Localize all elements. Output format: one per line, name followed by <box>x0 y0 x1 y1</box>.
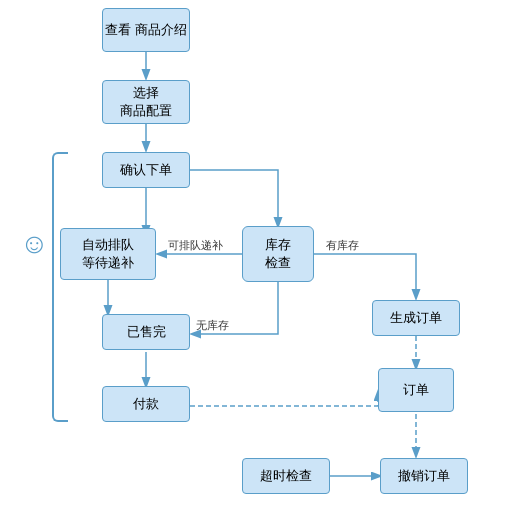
order-box: 订单 <box>378 368 454 412</box>
auto-queue-box: 自动排队等待递补 <box>60 228 156 280</box>
generate-order-box: 生成订单 <box>372 300 460 336</box>
in-stock-label: 有库存 <box>326 238 359 253</box>
left-brace <box>52 152 68 422</box>
stock-check-box: 库存检查 <box>242 226 314 282</box>
no-stock-label: 无库存 <box>196 318 229 333</box>
select-config-box: 选择商品配置 <box>102 80 190 124</box>
timeout-check-box: 超时检查 <box>242 458 330 494</box>
sold-out-box: 已售完 <box>102 314 190 350</box>
view-product-box: 查看 商品介绍 <box>102 8 190 52</box>
smiley-face: ☺ <box>20 228 49 260</box>
cancel-order-box: 撤销订单 <box>380 458 468 494</box>
flowchart: 查看 商品介绍 选择商品配置 确认下单 自动排队等待递补 库存检查 已售完 付款… <box>0 0 517 518</box>
can-queue-label: 可排队递补 <box>168 238 223 253</box>
confirm-order-box: 确认下单 <box>102 152 190 188</box>
payment-box: 付款 <box>102 386 190 422</box>
